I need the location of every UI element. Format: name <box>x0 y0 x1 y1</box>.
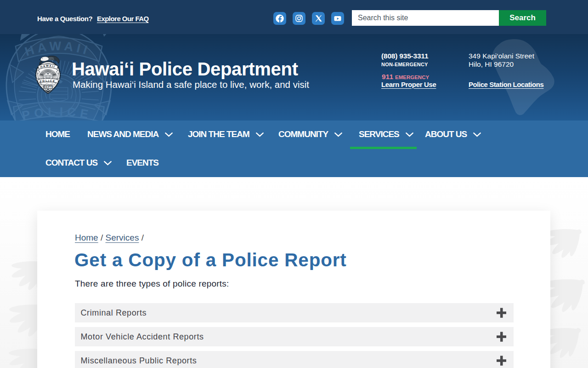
svg-text:POLICE: POLICE <box>21 104 93 121</box>
svg-text:DEPT: DEPT <box>44 86 52 88</box>
